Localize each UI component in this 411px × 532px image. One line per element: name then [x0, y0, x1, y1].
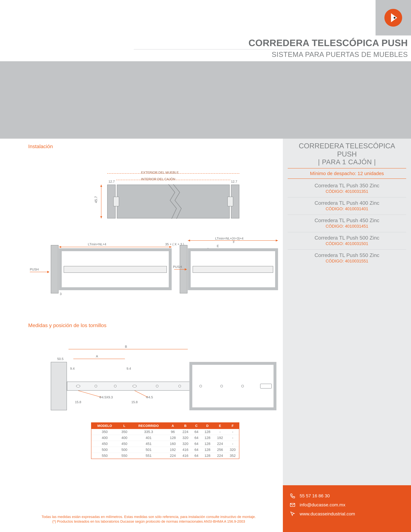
table-cell: 501 — [131, 447, 167, 453]
table-cell: 128 — [201, 429, 214, 435]
push-arrow-right — [174, 269, 187, 270]
diagram-push: LTmin=NL+4 LTmin=NL+(X+3)+4 35 + ( X + 3… — [30, 235, 275, 297]
table-cell: 64 — [192, 447, 201, 453]
footer-web-text: www.ducasseindustrial.com — [300, 511, 355, 516]
table-header: C — [192, 423, 201, 429]
dimensions-table: MODELOLRECORRIDOABCDEF 350350335.3962246… — [91, 422, 239, 459]
table-cell: 550 — [118, 453, 131, 459]
table-cell: 160 — [167, 441, 179, 447]
table-cell: 416 — [179, 447, 192, 453]
dim-15-8b: 15.8 — [131, 400, 138, 404]
sidebar-product-name: Corredera TL Push 550 Zinc — [288, 251, 406, 259]
dim-15-8a: 15.8 — [75, 400, 81, 404]
table-cell: 400 — [118, 435, 131, 441]
svg-point-10 — [95, 385, 97, 387]
label-A: A — [96, 354, 98, 358]
sidebar-product-code: CÓDIGO: 4010031501 — [288, 241, 406, 248]
svg-point-11 — [114, 385, 116, 387]
sidebar-min-dispatch: Mínimo de despacho: 12 unidades — [288, 171, 406, 176]
footnote-line2: (*) Productos testeados en los laborator… — [19, 519, 279, 524]
footer-email-text: info@ducasse.com.mx — [300, 502, 346, 507]
table-cell: 400 — [91, 435, 118, 441]
label-E: E — [217, 244, 219, 248]
dim-arrow-vert — [99, 185, 104, 218]
table-cell: 320 — [179, 441, 192, 447]
table-cell: 256 — [214, 447, 226, 453]
table-cell: 128 — [201, 453, 214, 459]
table-row: 50050050119241664128256320 — [91, 447, 239, 453]
table-cell: 128 — [167, 435, 179, 441]
dim-50-5: 50.5 — [57, 357, 64, 361]
label-push-right: PUSH — [173, 265, 182, 269]
push-arrow-left — [30, 272, 49, 272]
svg-point-15 — [200, 385, 202, 387]
svg-marker-7 — [188, 239, 190, 241]
table-header: F — [226, 423, 239, 429]
page: CORREDERA TELESCÓPICA PUSH SISTEMA PARA … — [0, 0, 411, 532]
table-header: E — [214, 423, 226, 429]
page-subtitle: SISTEMA PARA PUERTAS DE MUEBLES — [134, 50, 408, 58]
table-cell: 500 — [91, 447, 118, 453]
table-cell: - — [226, 429, 239, 435]
table-cell: 450 — [91, 441, 118, 447]
main-content: Instalación EXTERIOR DEL MUEBLE INTERIOR… — [19, 139, 283, 503]
svg-marker-8 — [276, 239, 278, 241]
table-cell: - — [226, 435, 239, 441]
sidebar-product-name: Corredera TL Push 500 Zinc — [288, 233, 406, 241]
label-push-left: PUSH — [30, 268, 39, 271]
label-interior: INTERIOR DEL CAJÓN — [141, 177, 175, 181]
svg-point-13 — [156, 385, 158, 387]
svg-point-17 — [242, 385, 244, 387]
table-cell: 224 — [167, 453, 179, 459]
svg-point-9 — [76, 385, 80, 387]
table-cell: 224 — [214, 453, 226, 459]
diagram-installation: EXTERIOR DEL MUEBLE INTERIOR DEL CAJÓN 1… — [80, 154, 251, 222]
svg-line-19 — [78, 391, 101, 397]
sidebar-divider — [288, 197, 406, 198]
mail-icon — [289, 502, 296, 508]
phone-icon — [289, 493, 296, 499]
brand-logo — [375, 0, 411, 36]
svg-marker-1 — [100, 185, 102, 187]
table-cell: 401 — [131, 435, 167, 441]
table-cell: 192 — [167, 447, 179, 453]
section-installation-heading: Instalación — [28, 143, 53, 150]
sidebar-title-line2: PUSH — [288, 150, 406, 158]
table-cell: 450 — [118, 441, 131, 447]
table-cell: 128 — [201, 435, 214, 441]
table-cell: 320 — [179, 435, 192, 441]
table-header: RECORRIDO — [131, 423, 167, 429]
break-line-icon — [165, 184, 185, 219]
svg-point-12 — [133, 385, 137, 387]
table-cell: 64 — [192, 453, 201, 459]
footer-phone: 55 57 16 86 30 — [289, 493, 405, 499]
diagram-screw-positions: B A 50.5 9.4 9.4 — [51, 339, 276, 410]
dim-height: 45.7 — [94, 196, 98, 203]
page-title: CORREDERA TELESCÓPICA PUSH — [134, 38, 408, 49]
svg-rect-18 — [260, 384, 271, 388]
table-cell: 551 — [131, 453, 167, 459]
table-cell: 320 — [226, 447, 239, 453]
svg-line-20 — [135, 391, 148, 397]
table-cell: 350 — [118, 429, 131, 435]
footnote-line1: Todas las medidas están expresadas en mi… — [19, 514, 279, 519]
table-cell: 128 — [201, 441, 214, 447]
dim-gap-right: 12.7 — [231, 180, 237, 183]
table-cell: 416 — [179, 453, 192, 459]
svg-marker-4 — [59, 246, 61, 248]
footer-contact: 55 57 16 86 30 info@ducasse.com.mx www.d… — [283, 485, 411, 532]
sidebar-product-name: Corredera TL Push 400 Zinc — [288, 199, 406, 206]
section-screws-heading: Medidas y posición de los tornillos — [28, 323, 107, 328]
sidebar-product-code: CÓDIGO: 4010031451 — [288, 224, 406, 231]
dim-9-4b: 9.4 — [127, 367, 131, 370]
table-row: 55055055122441664128224352 — [91, 453, 239, 459]
table-cell: - — [214, 429, 226, 435]
sidebar-product-name: Corredera TL Push 450 Zinc — [288, 216, 406, 224]
sidebar-product-code: CÓDIGO: 4010031551 — [288, 259, 406, 266]
table-cell: - — [226, 441, 239, 447]
table-cell: 451 — [131, 441, 167, 447]
footnote: Todas las medidas están expresadas en mi… — [19, 514, 279, 524]
table-header: A — [167, 423, 179, 429]
dim-gap-left: 12.7 — [108, 180, 115, 183]
table-cell: 128 — [201, 447, 214, 453]
